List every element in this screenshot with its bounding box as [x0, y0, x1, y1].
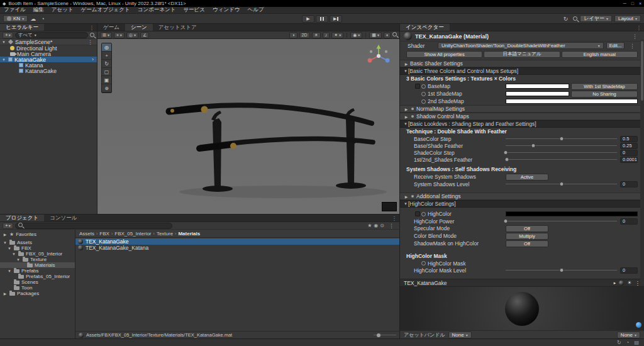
menu-services[interactable]: サービス — [179, 6, 209, 14]
2d-toggle-button[interactable]: 2D — [299, 32, 310, 38]
foldout-arrow-icon[interactable]: ▼ — [11, 252, 16, 256]
assetbundle-variant-dropdown[interactable]: None ▾ — [617, 332, 640, 338]
scene-3d-render[interactable] — [97, 39, 399, 214]
tab-hierarchy[interactable]: ヒエラルキー — [0, 24, 44, 31]
tab-console[interactable]: コンソール — [44, 215, 82, 221]
shader-menu-icon[interactable]: ⋮ — [627, 43, 638, 49]
shader-dropdown[interactable]: UnityChanToonShader/Toon_DoubleShadeWith… — [438, 42, 604, 49]
tab-asset-store[interactable]: アセットストア — [153, 24, 203, 31]
value-field[interactable]: 0 — [620, 181, 638, 187]
menu-file[interactable]: ファイル — [0, 6, 30, 14]
texture-picker-icon[interactable] — [421, 212, 426, 216]
slider-control[interactable] — [506, 157, 617, 163]
material-preview-area[interactable] — [400, 287, 644, 330]
close-button[interactable]: × — [639, 1, 641, 6]
foldout-arrow-icon[interactable]: ▼ — [1, 40, 6, 44]
search-favorites-icon[interactable]: ★ — [367, 223, 372, 228]
slider-control[interactable] — [506, 218, 617, 225]
tree-toon[interactable]: Toon — [0, 285, 75, 291]
specular-mode-toggle-button[interactable]: Off — [506, 225, 548, 232]
pause-button[interactable] — [316, 15, 328, 23]
color-blend-mode-button[interactable]: Multiply — [506, 233, 548, 240]
hidden-packages-icon[interactable]: ◉ — [374, 223, 378, 228]
tree-prefabs-05-interior[interactable]: Prefabs_05_Interior — [0, 274, 75, 279]
layers-dropdown[interactable]: レイヤー ▾ — [580, 15, 612, 22]
gizmos-dropdown[interactable]: ▾ — [384, 32, 391, 38]
menu-gameobject[interactable]: ゲームオブジェクト — [77, 6, 134, 14]
scale-tool-button[interactable]: ▢ — [102, 68, 111, 76]
tree-fbx-05-interior[interactable]: ▼ FBX_05_Interior — [0, 251, 75, 257]
tree-texture[interactable]: ▼ Texture — [0, 257, 75, 262]
slider-control[interactable] — [506, 150, 617, 156]
foldout-arrow-icon[interactable]: ▶ — [3, 291, 8, 296]
tree-fbx[interactable]: ▼ FBX — [0, 245, 75, 251]
value-field[interactable]: 0 — [620, 150, 638, 156]
basemap-checkbox[interactable] — [415, 84, 420, 89]
value-field[interactable]: 0.0001 — [620, 157, 638, 163]
project-menu-icon[interactable]: ⋮ — [386, 223, 397, 229]
tree-favorites[interactable]: ▶ ★ Favorites — [0, 232, 75, 237]
snap-increment-button[interactable]: ∠ — [140, 32, 149, 38]
preview-light-icon[interactable]: ☀ — [627, 280, 631, 286]
japanese-manual-button[interactable]: 日本語マニュアル — [484, 51, 560, 58]
hierarchy-search-input[interactable]: すべて ▾ — [15, 32, 88, 38]
menu-help[interactable]: ヘルプ — [244, 6, 268, 14]
background-activity-icon[interactable]: ↻ — [617, 340, 621, 345]
scene-viewport[interactable]: ◎ + ↻ ▢ ▣ ⊕ — [97, 39, 399, 214]
scene-camera-settings[interactable]: ▦▾ — [369, 32, 382, 38]
highcolor-color-swatch[interactable] — [506, 211, 638, 216]
slider-control[interactable] — [506, 143, 617, 149]
preview-menu-icon[interactable]: ⋮ — [635, 280, 641, 286]
hierarchy-item-katanagake[interactable]: ▼ KatanaGake › — [0, 57, 97, 62]
undo-history-icon[interactable]: ↻ — [561, 16, 571, 22]
foldout-basic-shader-settings[interactable]: ▶ Basic Shader Settings — [400, 60, 644, 67]
layout-dropdown[interactable]: Layout ▾ — [614, 15, 641, 22]
tree-packages[interactable]: ▶ Packages — [0, 291, 75, 296]
breadcrumb-assets[interactable]: Assets — [79, 231, 94, 237]
foldout-arrow-icon[interactable]: ▼ — [16, 258, 21, 262]
breadcrumb-fbx-05-interior[interactable]: FBX_05_Interior — [114, 231, 151, 237]
material-preview-header[interactable]: TEX_KatanaGake ▸ ☀ ⋮ — [400, 279, 644, 287]
view-tool-button[interactable]: ◎ — [102, 43, 111, 52]
panel-menu-icon[interactable]: ⋮ — [634, 24, 644, 31]
slider-control[interactable] — [506, 136, 617, 142]
hierarchy-item-katanagake-child[interactable]: KatanaGake — [0, 68, 97, 74]
value-field[interactable]: 0.25 — [620, 143, 638, 149]
rotate-tool-button[interactable]: ↻ — [102, 60, 111, 68]
lock-icon[interactable]: ⊙ — [380, 223, 384, 228]
thumbnail-zoom-slider[interactable] — [374, 333, 396, 338]
scene-visibility-toggle[interactable]: ◉▾ — [350, 32, 362, 38]
project-search-input[interactable] — [15, 223, 172, 229]
texture-picker-icon[interactable] — [421, 92, 426, 96]
maximize-button[interactable]: □ — [631, 1, 634, 6]
console-status-icon[interactable]: ▤ — [634, 340, 639, 345]
shading-mode-icon[interactable]: ◑ — [289, 32, 297, 38]
show-all-properties-button[interactable]: Show All properties — [406, 51, 482, 58]
1st-shademap-color-swatch[interactable] — [506, 91, 569, 96]
foldout-additional-settings[interactable]: ▶ Additional Settings — [400, 193, 644, 200]
english-manual-button[interactable]: English manual — [562, 51, 638, 58]
breadcrumb-fbx[interactable]: FBX — [99, 231, 109, 237]
basemap-color-swatch[interactable] — [506, 84, 569, 89]
no-sharing-button[interactable]: No Sharing — [571, 91, 638, 98]
step-button[interactable]: ▶ — [330, 15, 342, 23]
tool-handle-pivot-dropdown[interactable]: ⌖▾ — [114, 32, 125, 38]
slider-control[interactable] — [506, 181, 617, 187]
tab-project[interactable]: プロジェクト — [0, 215, 44, 221]
scene-menu-icon[interactable]: ⋮ — [85, 39, 96, 45]
tree-prefabs[interactable]: ▼ Prefabs — [0, 268, 75, 274]
tool-handle-rotation-dropdown[interactable]: ◎▾ — [126, 32, 138, 38]
orientation-gizmo[interactable] — [365, 43, 392, 70]
texture-picker-icon[interactable] — [421, 99, 426, 104]
foldout-arrow-icon[interactable]: ▼ — [3, 241, 8, 245]
tree-scenes[interactable]: Scenes — [0, 279, 75, 285]
file-tex-katanagake-katana[interactable]: TEX_KatanaGake_Katana — [75, 245, 399, 251]
menu-assets[interactable]: アセット — [48, 6, 77, 14]
foldout-arrow-icon[interactable]: ▼ — [1, 58, 6, 62]
account-dropdown[interactable]: KN ▾ — [3, 15, 28, 22]
texture-picker-icon[interactable] — [421, 261, 426, 265]
breadcrumb-materials[interactable]: Materials — [178, 231, 200, 237]
material-menu-icon[interactable]: ⋮ — [630, 33, 640, 40]
shadowmask-toggle-button[interactable]: Off — [506, 240, 548, 247]
receive-shadows-toggle-button[interactable]: Active — [506, 174, 548, 181]
